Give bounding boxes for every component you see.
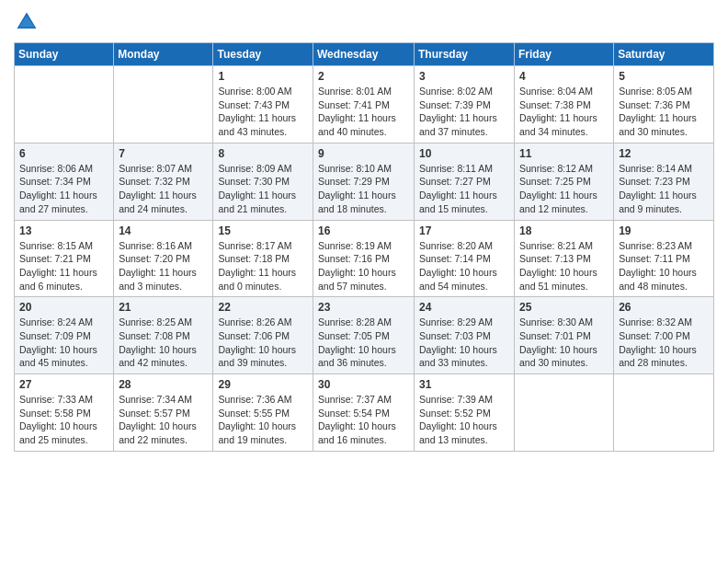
day-info: Sunrise: 8:30 AM Sunset: 7:01 PM Dayligh… xyxy=(519,316,609,370)
calendar-cell xyxy=(15,66,114,144)
calendar-cell: 9Sunrise: 8:10 AM Sunset: 7:29 PM Daylig… xyxy=(313,143,415,220)
day-info: Sunrise: 8:02 AM Sunset: 7:39 PM Dayligh… xyxy=(419,85,509,139)
day-number: 8 xyxy=(218,147,308,160)
weekday-header-friday: Friday xyxy=(515,43,614,66)
calendar-cell: 6Sunrise: 8:06 AM Sunset: 7:34 PM Daylig… xyxy=(15,143,114,220)
calendar-cell: 27Sunrise: 7:33 AM Sunset: 5:58 PM Dayli… xyxy=(15,374,114,452)
calendar-cell: 12Sunrise: 8:14 AM Sunset: 7:23 PM Dayli… xyxy=(614,143,714,220)
day-info: Sunrise: 8:10 AM Sunset: 7:29 PM Dayligh… xyxy=(318,162,409,216)
calendar-cell: 21Sunrise: 8:25 AM Sunset: 7:08 PM Dayli… xyxy=(114,297,213,374)
calendar-cell: 30Sunrise: 7:37 AM Sunset: 5:54 PM Dayli… xyxy=(313,374,415,452)
calendar-cell: 11Sunrise: 8:12 AM Sunset: 7:25 PM Dayli… xyxy=(515,143,614,220)
day-info: Sunrise: 8:00 AM Sunset: 7:43 PM Dayligh… xyxy=(218,85,308,139)
calendar-cell: 4Sunrise: 8:04 AM Sunset: 7:38 PM Daylig… xyxy=(515,66,614,144)
day-info: Sunrise: 8:19 AM Sunset: 7:16 PM Dayligh… xyxy=(318,239,409,293)
day-info: Sunrise: 8:15 AM Sunset: 7:21 PM Dayligh… xyxy=(19,239,108,293)
day-number: 19 xyxy=(619,224,709,237)
day-info: Sunrise: 8:26 AM Sunset: 7:06 PM Dayligh… xyxy=(218,316,308,370)
weekday-header-saturday: Saturday xyxy=(614,43,714,66)
day-number: 17 xyxy=(419,224,509,237)
day-info: Sunrise: 8:20 AM Sunset: 7:14 PM Dayligh… xyxy=(419,239,509,293)
page: SundayMondayTuesdayWednesdayThursdayFrid… xyxy=(0,0,728,563)
calendar-cell: 8Sunrise: 8:09 AM Sunset: 7:30 PM Daylig… xyxy=(213,143,313,220)
calendar-cell: 23Sunrise: 8:28 AM Sunset: 7:05 PM Dayli… xyxy=(313,297,415,374)
calendar-cell: 29Sunrise: 7:36 AM Sunset: 5:55 PM Dayli… xyxy=(213,374,313,452)
day-number: 15 xyxy=(218,224,308,237)
day-info: Sunrise: 8:29 AM Sunset: 7:03 PM Dayligh… xyxy=(419,316,509,370)
day-number: 26 xyxy=(619,301,709,314)
calendar-cell: 24Sunrise: 8:29 AM Sunset: 7:03 PM Dayli… xyxy=(415,297,515,374)
day-info: Sunrise: 8:17 AM Sunset: 7:18 PM Dayligh… xyxy=(218,239,308,293)
weekday-header-tuesday: Tuesday xyxy=(213,43,313,66)
logo xyxy=(14,9,43,35)
day-info: Sunrise: 7:39 AM Sunset: 5:52 PM Dayligh… xyxy=(419,393,509,447)
weekday-header-thursday: Thursday xyxy=(415,43,515,66)
calendar-cell: 14Sunrise: 8:16 AM Sunset: 7:20 PM Dayli… xyxy=(114,220,213,297)
calendar-cell: 20Sunrise: 8:24 AM Sunset: 7:09 PM Dayli… xyxy=(15,297,114,374)
calendar-cell: 31Sunrise: 7:39 AM Sunset: 5:52 PM Dayli… xyxy=(415,374,515,452)
day-number: 22 xyxy=(218,301,308,314)
day-number: 18 xyxy=(519,224,609,237)
week-row-3: 13Sunrise: 8:15 AM Sunset: 7:21 PM Dayli… xyxy=(15,220,714,297)
week-row-5: 27Sunrise: 7:33 AM Sunset: 5:58 PM Dayli… xyxy=(15,374,714,452)
day-number: 7 xyxy=(119,147,208,160)
day-number: 31 xyxy=(419,378,509,391)
day-number: 13 xyxy=(19,224,108,237)
logo-icon xyxy=(14,9,40,35)
day-info: Sunrise: 8:28 AM Sunset: 7:05 PM Dayligh… xyxy=(318,316,409,370)
weekday-header-monday: Monday xyxy=(114,43,213,66)
day-info: Sunrise: 7:34 AM Sunset: 5:57 PM Dayligh… xyxy=(119,393,208,447)
day-info: Sunrise: 8:32 AM Sunset: 7:00 PM Dayligh… xyxy=(619,316,709,370)
day-info: Sunrise: 8:16 AM Sunset: 7:20 PM Dayligh… xyxy=(119,239,208,293)
day-number: 5 xyxy=(619,70,709,83)
day-number: 1 xyxy=(218,70,308,83)
day-number: 3 xyxy=(419,70,509,83)
calendar-cell: 17Sunrise: 8:20 AM Sunset: 7:14 PM Dayli… xyxy=(415,220,515,297)
header xyxy=(14,9,714,35)
calendar-cell xyxy=(515,374,614,452)
day-number: 16 xyxy=(318,224,409,237)
day-info: Sunrise: 8:25 AM Sunset: 7:08 PM Dayligh… xyxy=(119,316,208,370)
week-row-2: 6Sunrise: 8:06 AM Sunset: 7:34 PM Daylig… xyxy=(15,143,714,220)
day-info: Sunrise: 7:36 AM Sunset: 5:55 PM Dayligh… xyxy=(218,393,308,447)
day-number: 2 xyxy=(318,70,409,83)
weekday-header-row: SundayMondayTuesdayWednesdayThursdayFrid… xyxy=(15,43,714,66)
day-number: 4 xyxy=(519,70,609,83)
day-info: Sunrise: 8:01 AM Sunset: 7:41 PM Dayligh… xyxy=(318,85,409,139)
calendar-table: SundayMondayTuesdayWednesdayThursdayFrid… xyxy=(14,42,714,452)
calendar-cell xyxy=(114,66,213,144)
day-number: 6 xyxy=(19,147,108,160)
day-info: Sunrise: 8:07 AM Sunset: 7:32 PM Dayligh… xyxy=(119,162,208,216)
day-number: 27 xyxy=(19,378,108,391)
week-row-1: 1Sunrise: 8:00 AM Sunset: 7:43 PM Daylig… xyxy=(15,66,714,144)
day-number: 11 xyxy=(519,147,609,160)
day-info: Sunrise: 8:21 AM Sunset: 7:13 PM Dayligh… xyxy=(519,239,609,293)
calendar-cell: 15Sunrise: 8:17 AM Sunset: 7:18 PM Dayli… xyxy=(213,220,313,297)
day-info: Sunrise: 7:33 AM Sunset: 5:58 PM Dayligh… xyxy=(19,393,108,447)
day-info: Sunrise: 8:24 AM Sunset: 7:09 PM Dayligh… xyxy=(19,316,108,370)
day-info: Sunrise: 8:06 AM Sunset: 7:34 PM Dayligh… xyxy=(19,162,108,216)
weekday-header-wednesday: Wednesday xyxy=(313,43,415,66)
calendar-cell: 5Sunrise: 8:05 AM Sunset: 7:36 PM Daylig… xyxy=(614,66,714,144)
calendar-cell: 18Sunrise: 8:21 AM Sunset: 7:13 PM Dayli… xyxy=(515,220,614,297)
day-info: Sunrise: 8:11 AM Sunset: 7:27 PM Dayligh… xyxy=(419,162,509,216)
calendar-cell: 13Sunrise: 8:15 AM Sunset: 7:21 PM Dayli… xyxy=(15,220,114,297)
calendar-cell: 7Sunrise: 8:07 AM Sunset: 7:32 PM Daylig… xyxy=(114,143,213,220)
day-number: 30 xyxy=(318,378,409,391)
day-number: 12 xyxy=(619,147,709,160)
calendar-cell: 19Sunrise: 8:23 AM Sunset: 7:11 PM Dayli… xyxy=(614,220,714,297)
day-info: Sunrise: 8:23 AM Sunset: 7:11 PM Dayligh… xyxy=(619,239,709,293)
day-number: 29 xyxy=(218,378,308,391)
calendar-cell xyxy=(614,374,714,452)
day-number: 25 xyxy=(519,301,609,314)
day-number: 10 xyxy=(419,147,509,160)
day-info: Sunrise: 8:09 AM Sunset: 7:30 PM Dayligh… xyxy=(218,162,308,216)
calendar-cell: 2Sunrise: 8:01 AM Sunset: 7:41 PM Daylig… xyxy=(313,66,415,144)
day-info: Sunrise: 8:14 AM Sunset: 7:23 PM Dayligh… xyxy=(619,162,709,216)
day-number: 28 xyxy=(119,378,208,391)
day-info: Sunrise: 8:04 AM Sunset: 7:38 PM Dayligh… xyxy=(519,85,609,139)
calendar-cell: 26Sunrise: 8:32 AM Sunset: 7:00 PM Dayli… xyxy=(614,297,714,374)
day-info: Sunrise: 8:05 AM Sunset: 7:36 PM Dayligh… xyxy=(619,85,709,139)
calendar-cell: 3Sunrise: 8:02 AM Sunset: 7:39 PM Daylig… xyxy=(415,66,515,144)
calendar-cell: 16Sunrise: 8:19 AM Sunset: 7:16 PM Dayli… xyxy=(313,220,415,297)
